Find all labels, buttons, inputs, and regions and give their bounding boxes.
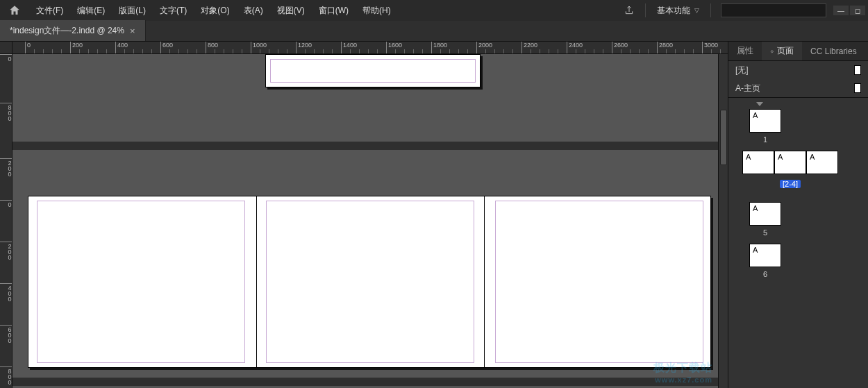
menu-layout[interactable]: 版面(L) [112, 0, 153, 21]
master-pages-list: [无] A-主页 [728, 61, 868, 98]
menu-object[interactable]: 对象(O) [194, 0, 236, 21]
page-label-2-4: [2-4] [780, 180, 801, 188]
main-area: 0200400600800100012001400160018002000220… [0, 42, 868, 388]
page-row-6: A 6 [749, 244, 868, 285]
page-label-6: 6 [749, 270, 781, 278]
page-row-1: A 1 [749, 109, 868, 151]
menu-edit[interactable]: 编辑(E) [70, 0, 112, 21]
spread-3up[interactable] [28, 196, 711, 368]
document-tab-title: *indesign文件—-2.indd @ 24% [10, 25, 124, 37]
vertical-scrollbar[interactable] [718, 54, 728, 388]
share-button[interactable] [617, 0, 641, 21]
page-label-1: 1 [749, 135, 781, 144]
canvas-row: 08002000200400600800 [0, 54, 728, 388]
page-thumb-4[interactable]: A [806, 151, 838, 174]
canvas-stage[interactable]: 极光下载站 www.xz7.com [12, 54, 718, 388]
page-thumb-5[interactable]: A [749, 202, 781, 226]
panel-tabs: 属性 ⋄ 页面 CC Libraries [728, 42, 868, 61]
menu-window[interactable]: 窗口(W) [312, 0, 356, 21]
spread-thumb-2-4[interactable]: A A A [742, 151, 838, 174]
master-a-label: A-主页 [735, 83, 760, 94]
page-thumbnail-upper[interactable] [265, 54, 481, 87]
menu-help[interactable]: 帮助(H) [356, 0, 398, 21]
master-none[interactable]: [无] [728, 61, 868, 79]
restore-button[interactable]: ◻ [850, 6, 865, 15]
page-label-5: 5 [749, 228, 781, 237]
app-root: 文件(F) 编辑(E) 版面(L) 文字(T) 对象(O) 表(A) 视图(V)… [0, 0, 868, 388]
tab-pages-label: 页面 [777, 45, 794, 57]
pages-thumbnail-list: A 1 A A A [2-4] A 5 [728, 98, 868, 388]
page-margin-guide [266, 201, 474, 363]
master-a[interactable]: A-主页 [728, 79, 868, 97]
page-margin-guide [37, 201, 245, 363]
page-margin-guide [270, 59, 476, 83]
window-controls: — ◻ [832, 6, 868, 15]
scrollbar-thumb[interactable] [720, 110, 727, 165]
share-icon [624, 5, 635, 16]
close-icon[interactable]: × [130, 26, 135, 36]
page-row-2-4: A A A [2-4] [742, 151, 868, 202]
spread-separator [12, 142, 718, 150]
menu-type[interactable]: 文字(T) [153, 0, 194, 21]
horizontal-ruler[interactable]: 0200400600800100012001400160018002000220… [12, 42, 728, 54]
workspace-switcher[interactable]: 基本功能 ▽ [650, 0, 706, 21]
master-none-label: [无] [735, 65, 749, 76]
menu-file[interactable]: 文件(F) [29, 0, 70, 21]
tab-cc-libraries[interactable]: CC Libraries [802, 42, 865, 60]
tab-pages[interactable]: ⋄ 页面 [762, 42, 802, 60]
chevron-down-icon: ▽ [694, 0, 699, 21]
menu-view[interactable]: 视图(V) [270, 0, 312, 21]
spread-separator [12, 378, 718, 386]
minimize-button[interactable]: — [833, 6, 849, 15]
page-row-5: A 5 [749, 202, 868, 244]
chevron-left-right-icon: ⋄ [770, 48, 774, 55]
document-tab-bar: *indesign文件—-2.indd @ 24% × [0, 21, 868, 42]
divider [645, 3, 646, 17]
page-thumb-6[interactable]: A [749, 244, 781, 267]
menu-bar: 文件(F) 编辑(E) 版面(L) 文字(T) 对象(O) 表(A) 视图(V)… [0, 0, 868, 21]
home-icon [8, 4, 21, 17]
workspace-label: 基本功能 [657, 0, 690, 21]
page-thumb-2[interactable]: A [742, 151, 774, 174]
page-divider [484, 196, 485, 367]
page-thumb-1[interactable]: A [749, 109, 781, 133]
ruler-origin[interactable] [0, 42, 12, 54]
master-swatch-icon [854, 65, 861, 75]
master-swatch-icon [854, 83, 861, 93]
home-button[interactable] [0, 0, 29, 21]
page-thumb-3[interactable]: A [774, 151, 806, 174]
menu-table[interactable]: 表(A) [237, 0, 270, 21]
canvas-area: 0200400600800100012001400160018002000220… [0, 42, 728, 388]
page-divider [256, 196, 257, 367]
page-margin-guide [495, 201, 703, 363]
right-panel: 属性 ⋄ 页面 CC Libraries [无] A-主页 [728, 42, 868, 388]
divider [710, 3, 711, 17]
document-tab[interactable]: *indesign文件—-2.indd @ 24% × [0, 20, 146, 41]
tab-properties[interactable]: 属性 [728, 42, 762, 60]
triangle-down-icon [756, 102, 763, 106]
search-input[interactable] [721, 3, 826, 17]
vertical-ruler[interactable]: 08002000200400600800 [0, 54, 12, 388]
